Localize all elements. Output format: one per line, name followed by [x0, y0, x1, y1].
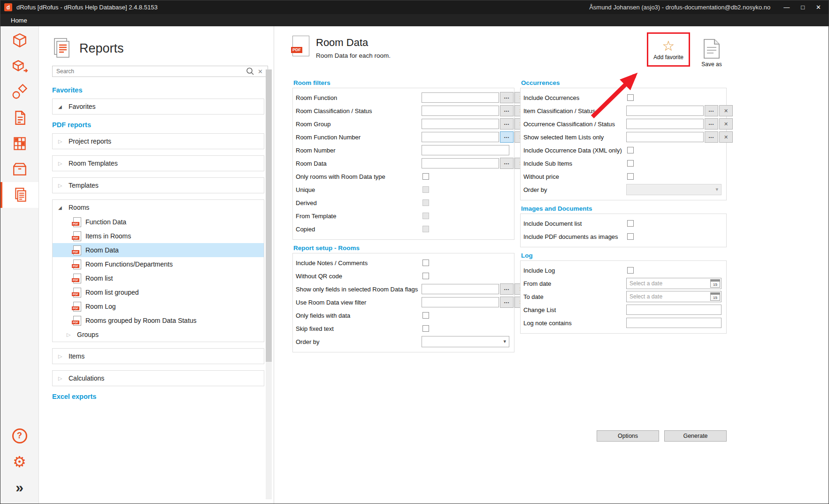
checkbox[interactable]: [422, 312, 429, 319]
save-as-label: Save as: [701, 61, 722, 68]
lookup-input[interactable]: [626, 106, 704, 116]
field-show-selected-item-lists-only: Show selected Item Lists only •••✕: [522, 130, 722, 144]
checkbox[interactable]: [627, 233, 634, 240]
chevron-down-icon: ▾: [715, 186, 718, 192]
section-room-templates-header[interactable]: ▷ Room Templates: [53, 156, 264, 171]
checkbox[interactable]: [627, 173, 634, 180]
report-item-room-log[interactable]: PDF Room Log: [53, 299, 264, 313]
ellipsis-button[interactable]: •••: [500, 158, 514, 169]
field-from-date: From date Select a date 15: [522, 277, 722, 290]
room-number-input[interactable]: [422, 145, 509, 155]
nav-item-expand[interactable]: »: [0, 474, 38, 500]
order-by-dropdown[interactable]: ▾: [422, 336, 509, 347]
field-label: Occurrence Classification / Status: [522, 121, 626, 128]
field-order-by: Order by ▾: [295, 335, 509, 348]
clear-button[interactable]: ✕: [719, 118, 733, 130]
options-button[interactable]: Options: [597, 430, 659, 442]
clear-button[interactable]: ✕: [719, 105, 733, 116]
ellipsis-button[interactable]: •••: [500, 118, 514, 130]
field-label: Unique: [295, 186, 422, 193]
minimize-button[interactable]: —: [783, 4, 790, 11]
nav-item-documents[interactable]: [0, 105, 38, 130]
nav-item-package[interactable]: [0, 156, 38, 182]
change-list-input[interactable]: [626, 305, 722, 315]
section-favorites-header[interactable]: ◢ Favorites: [53, 99, 264, 114]
calendar-icon[interactable]: 15: [710, 279, 720, 288]
checkbox[interactable]: [627, 160, 634, 167]
section-calculations-header[interactable]: ▷ Calculations: [53, 371, 264, 386]
search-icon[interactable]: [246, 67, 255, 76]
report-item-room-data[interactable]: PDF Room Data: [53, 243, 264, 257]
section-calculations: ▷ Calculations: [52, 370, 264, 386]
account-info: Åsmund Johansen (asjo3) - drofus-documen…: [589, 4, 770, 11]
checkbox[interactable]: [422, 273, 429, 279]
ellipsis-button[interactable]: •••: [500, 131, 514, 143]
nav-item-reports[interactable]: [0, 182, 38, 208]
report-item-items-in-rooms[interactable]: PDF Items in Rooms: [53, 229, 264, 243]
checkbox[interactable]: [627, 94, 634, 101]
pdf-file-icon: PDF: [73, 274, 81, 283]
ellipsis-button[interactable]: •••: [500, 297, 514, 308]
report-item-room-list-grouped[interactable]: PDF Room list grouped: [53, 285, 264, 299]
report-item-rooms-grouped-by-status[interactable]: PDF Rooms grouped by Room Data Status: [53, 313, 264, 328]
order-by-dropdown-disabled: ▾: [626, 184, 722, 195]
lookup-input[interactable]: [422, 106, 499, 116]
checkbox[interactable]: [627, 267, 634, 274]
search-input[interactable]: [53, 67, 246, 76]
nav-item-rooms[interactable]: [0, 27, 38, 53]
section-project-reports-header[interactable]: ▷ Project reports: [53, 134, 264, 149]
report-item-function-data[interactable]: PDF Function Data: [53, 215, 264, 229]
lookup-input[interactable]: [422, 297, 499, 307]
star-icon[interactable]: ☆: [662, 39, 675, 53]
lookup-input[interactable]: [422, 119, 499, 129]
checkbox[interactable]: [422, 325, 429, 332]
log-note-contains-input[interactable]: [626, 318, 722, 328]
calendar-icon[interactable]: 15: [710, 292, 720, 301]
maximize-button[interactable]: □: [801, 4, 805, 11]
nav-item-building[interactable]: [0, 130, 38, 156]
search-clear-icon[interactable]: ✕: [255, 68, 266, 75]
nav-item-help[interactable]: ?: [0, 423, 38, 449]
to-date-input[interactable]: Select a date 15: [626, 291, 722, 302]
report-item-room-list[interactable]: PDF Room list: [53, 271, 264, 285]
expander-closed-icon: ▷: [67, 332, 72, 338]
section-templates-header[interactable]: ▷ Templates: [53, 178, 264, 193]
ellipsis-button[interactable]: •••: [500, 283, 514, 295]
field-label: Without QR code: [295, 273, 422, 280]
checkbox[interactable]: [422, 173, 429, 180]
nav-item-room-move[interactable]: [0, 53, 38, 79]
lookup-input[interactable]: [626, 119, 704, 129]
subsection-groups[interactable]: ▷ Groups: [53, 328, 264, 342]
lookup-input[interactable]: [626, 132, 704, 142]
checkbox[interactable]: [627, 147, 634, 153]
close-button[interactable]: ✕: [816, 4, 821, 11]
nav-item-settings[interactable]: ⚙: [0, 449, 38, 474]
lookup-input[interactable]: [422, 284, 499, 294]
clear-button[interactable]: ✕: [719, 131, 733, 143]
panel-scrollbar-thumb[interactable]: [266, 69, 272, 362]
ellipsis-button[interactable]: •••: [705, 118, 718, 130]
ellipsis-button[interactable]: •••: [500, 92, 514, 103]
ellipsis-button[interactable]: •••: [500, 105, 514, 116]
menu-home[interactable]: Home: [11, 17, 27, 24]
checkbox[interactable]: [422, 260, 429, 266]
ellipsis-button[interactable]: •••: [705, 105, 718, 116]
pdf-file-icon: PDF: [292, 36, 309, 56]
lookup-input[interactable]: [422, 158, 499, 168]
app-window: d dRofus [dRofus - dRofus Help Database]…: [0, 0, 829, 504]
generate-button[interactable]: Generate: [664, 430, 727, 442]
field-include-sub-items: Include Sub Items: [522, 157, 722, 170]
from-date-input[interactable]: Select a date 15: [626, 278, 722, 289]
panel-scrollbar[interactable]: [266, 69, 272, 499]
nav-item-items[interactable]: [0, 79, 38, 105]
ellipsis-button[interactable]: •••: [705, 131, 718, 143]
checkbox[interactable]: [627, 220, 634, 227]
add-favorite-button[interactable]: Add favorite: [653, 54, 683, 61]
lookup-input[interactable]: [422, 92, 499, 103]
save-as-button[interactable]: Save as: [696, 39, 727, 68]
section-items-header[interactable]: ▷ Items: [53, 349, 264, 364]
field-label: From date: [522, 280, 626, 287]
section-rooms-header[interactable]: ◢ Rooms: [53, 200, 264, 215]
lookup-input[interactable]: [422, 132, 499, 142]
report-item-room-functions-departments[interactable]: PDF Room Functions/Departments: [53, 257, 264, 271]
